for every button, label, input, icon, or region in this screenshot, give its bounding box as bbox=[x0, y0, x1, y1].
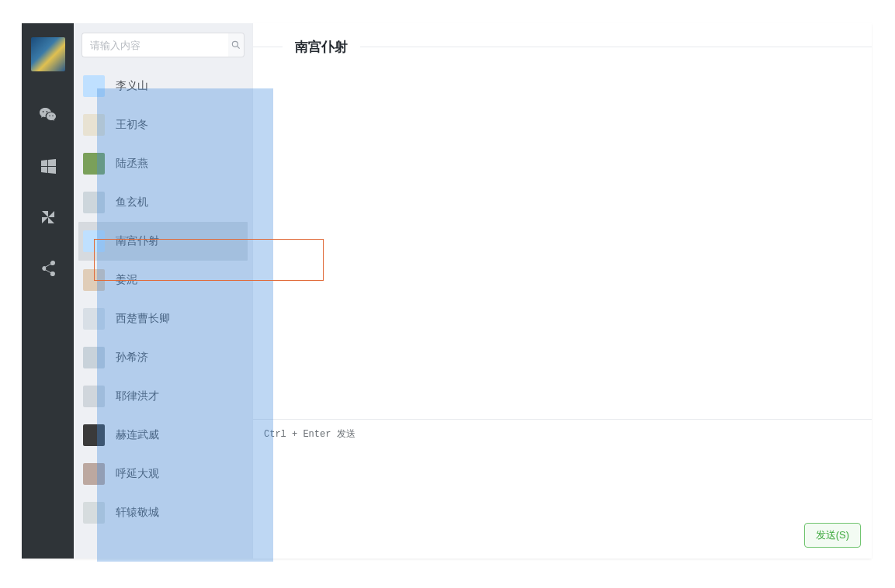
contact-avatar bbox=[83, 153, 105, 175]
contacts-panel: 李义山王初冬陆丞燕鱼玄机南宫仆射姜泥西楚曹长卿孙希济耶律洪才赫连武威呼延大观轩辕… bbox=[74, 23, 252, 559]
contact-item[interactable]: 呼延大观 bbox=[78, 455, 248, 493]
search-icon bbox=[231, 40, 241, 50]
contact-item[interactable]: 王初冬 bbox=[78, 105, 248, 144]
contact-avatar bbox=[83, 308, 105, 330]
contact-name: 耶律洪才 bbox=[116, 389, 159, 403]
contact-name: 南宫仆射 bbox=[116, 234, 159, 248]
contact-name: 姜泥 bbox=[116, 273, 137, 287]
contact-avatar bbox=[83, 114, 105, 136]
search-button[interactable] bbox=[228, 33, 245, 57]
contact-avatar bbox=[83, 463, 105, 485]
contact-avatar bbox=[83, 75, 105, 97]
contact-avatar bbox=[83, 424, 105, 446]
user-avatar[interactable] bbox=[31, 37, 65, 71]
editor-actions: 发送(S) bbox=[253, 515, 872, 559]
chat-header: 南宫仆射 bbox=[253, 23, 872, 70]
chat-messages[interactable] bbox=[253, 70, 872, 419]
contact-item[interactable]: 陆丞燕 bbox=[78, 144, 248, 183]
contact-avatar bbox=[83, 192, 105, 213]
contact-list[interactable]: 李义山王初冬陆丞燕鱼玄机南宫仆射姜泥西楚曹长卿孙希济耶律洪才赫连武威呼延大观轩辕… bbox=[74, 67, 252, 559]
contact-name: 鱼玄机 bbox=[116, 195, 148, 209]
search-row bbox=[74, 23, 252, 67]
contact-item[interactable]: 鱼玄机 bbox=[78, 183, 248, 222]
contact-avatar bbox=[83, 386, 105, 407]
contact-item[interactable]: 姜泥 bbox=[78, 261, 248, 299]
contact-avatar bbox=[83, 502, 105, 524]
contact-name: 轩辕敬城 bbox=[116, 506, 159, 520]
contact-item[interactable]: 孙希济 bbox=[78, 338, 248, 377]
app-window: 李义山王初冬陆丞燕鱼玄机南宫仆射姜泥西楚曹长卿孙希济耶律洪才赫连武威呼延大观轩辕… bbox=[22, 23, 872, 559]
contact-avatar bbox=[83, 230, 105, 252]
contact-name: 王初冬 bbox=[116, 118, 148, 132]
contact-item[interactable]: 南宫仆射 bbox=[78, 222, 248, 261]
contact-name: 孙希济 bbox=[116, 351, 148, 365]
wechat-icon[interactable] bbox=[33, 99, 64, 130]
share-icon[interactable] bbox=[33, 253, 64, 284]
contact-item[interactable]: 西楚曹长卿 bbox=[78, 299, 248, 338]
windows-icon[interactable] bbox=[33, 150, 64, 182]
contact-name: 李义山 bbox=[116, 79, 148, 93]
contact-name: 陆丞燕 bbox=[116, 157, 148, 171]
search-input[interactable] bbox=[82, 33, 228, 57]
contact-item[interactable]: 李义山 bbox=[78, 67, 248, 105]
svg-line-1 bbox=[238, 47, 240, 49]
send-button[interactable]: 发送(S) bbox=[804, 523, 861, 548]
pinwheel-icon[interactable] bbox=[33, 202, 64, 233]
editor-hint[interactable]: Ctrl + Enter 发送 bbox=[253, 420, 872, 515]
contact-name: 西楚曹长卿 bbox=[116, 312, 170, 326]
nav-sidebar bbox=[22, 23, 74, 559]
contact-avatar bbox=[83, 269, 105, 291]
svg-point-0 bbox=[232, 41, 238, 47]
contact-avatar bbox=[83, 347, 105, 368]
contact-item[interactable]: 赫连武威 bbox=[78, 416, 248, 455]
chat-title: 南宫仆射 bbox=[283, 38, 360, 56]
contact-item[interactable]: 轩辕敬城 bbox=[78, 493, 248, 532]
contact-item[interactable]: 耶律洪才 bbox=[78, 377, 248, 416]
chat-panel: 南宫仆射 Ctrl + Enter 发送 发送(S) bbox=[252, 23, 872, 559]
chat-editor: Ctrl + Enter 发送 发送(S) bbox=[253, 419, 872, 559]
contact-name: 赫连武威 bbox=[116, 428, 159, 442]
contact-name: 呼延大观 bbox=[116, 467, 159, 481]
